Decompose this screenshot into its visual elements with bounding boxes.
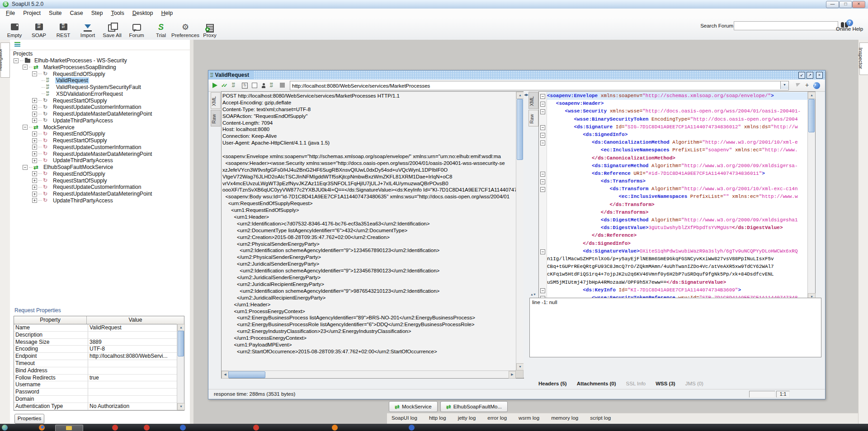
expand-toggle-icon[interactable]: [32, 118, 37, 123]
expand-toggle-icon[interactable]: [23, 165, 28, 170]
expand-toggle-icon[interactable]: [32, 131, 37, 136]
tree-item[interactable]: ↻RequestEndOfSupply: [10, 70, 190, 77]
tree-item[interactable]: ↻RequestEndOfSupply: [10, 131, 190, 137]
menu-tools[interactable]: Tools: [107, 9, 128, 17]
fold-collapse-icon[interactable]: [540, 133, 545, 138]
fold-collapse-icon[interactable]: [540, 141, 545, 145]
tree-item[interactable]: ↻RequestUpdateMasterDataMeteringPoint: [10, 191, 190, 197]
project-tree[interactable]: ProjectsElhub-MarketProcesses - WS-Secur…: [10, 51, 190, 204]
panel-splitter[interactable]: [190, 40, 193, 424]
expand-toggle-icon[interactable]: [32, 138, 37, 143]
submit-request-icon[interactable]: [211, 82, 218, 89]
tree-item[interactable]: ↻UpdateThirdPartyAccess: [10, 117, 190, 124]
fold-collapse-icon[interactable]: [540, 179, 545, 184]
expand-toggle-icon[interactable]: [32, 98, 37, 103]
taskbar-button[interactable]: [55, 425, 83, 431]
property-value[interactable]: UTF-8: [88, 346, 177, 352]
expand-toggle-icon[interactable]: [32, 112, 37, 117]
property-row[interactable]: Bind Address: [14, 367, 177, 375]
request-tab-raw[interactable]: Raw: [211, 110, 221, 126]
frame-maximize-icon[interactable]: ↗: [807, 72, 813, 79]
inspector-tab[interactable]: Inspector: [859, 42, 868, 75]
tree-item[interactable]: ↻UpdateThirdPartyAccess: [10, 157, 190, 164]
expand-toggle-icon[interactable]: [32, 198, 37, 203]
expand-toggle-icon[interactable]: [23, 65, 28, 70]
log-tab-script-log[interactable]: script log: [590, 415, 611, 421]
scroll-right-icon[interactable]: ▶: [509, 371, 516, 379]
expand-toggle-icon[interactable]: [32, 71, 37, 76]
expand-toggle-icon[interactable]: [14, 58, 19, 63]
taskbar-icon-blue[interactable]: [409, 425, 415, 431]
scroll-left-icon[interactable]: ◀: [222, 371, 229, 379]
log-tab-error-log[interactable]: error log: [487, 415, 507, 421]
expand-toggle-icon[interactable]: [32, 105, 37, 110]
tree-item[interactable]: ↻RequestUpdateCustomerInformation: [10, 184, 190, 191]
expand-toggle-icon[interactable]: [23, 125, 28, 130]
menu-project[interactable]: Project: [19, 9, 45, 17]
property-row[interactable]: Message Size3889: [14, 339, 177, 346]
taskbar-icon-blue[interactable]: [180, 425, 186, 431]
property-value[interactable]: true: [88, 375, 177, 381]
fold-collapse-icon[interactable]: [540, 125, 545, 130]
tree-item[interactable]: ⇄MarketProcessesSoapBinding: [10, 64, 190, 71]
frame-minimize-icon[interactable]: ↙: [798, 72, 805, 79]
error-log-panel[interactable]: line -1: null: [529, 298, 821, 357]
inspector-tab-headers-5-[interactable]: Headers (5): [538, 381, 567, 386]
fold-collapse-icon[interactable]: [540, 249, 545, 254]
log-tab-http-log[interactable]: http log: [429, 415, 446, 421]
fold-collapse-icon[interactable]: [540, 109, 545, 114]
menu-case[interactable]: Case: [66, 9, 87, 17]
menu-suite[interactable]: Suite: [45, 9, 66, 17]
frame-titlebar[interactable]: SOAP ValidRequest ↙ ↗ ×: [208, 70, 825, 80]
scrollbar-thumb[interactable]: [808, 99, 815, 132]
property-value[interactable]: No Authorization: [88, 403, 177, 410]
properties-button[interactable]: Properties: [14, 414, 44, 424]
toolbar-button-import[interactable]: Import: [76, 19, 99, 38]
tree-item[interactable]: ↻RequestUpdateMasterDataMeteringPoint: [10, 111, 190, 117]
property-value[interactable]: 3889: [88, 339, 177, 346]
request-raw-view[interactable]: POST http://localhost:8080/WebService/se…: [221, 91, 524, 379]
properties-scrollbar[interactable]: ▲ ▼: [177, 324, 184, 410]
scroll-up-icon[interactable]: ▲: [516, 92, 524, 99]
toolbar-button-save-all[interactable]: Save All: [100, 19, 124, 38]
property-row[interactable]: Endpointhttp://localhost:8080/WebServi..…: [14, 353, 177, 360]
tree-item[interactable]: ↻UpdateThirdPartyAccess: [10, 197, 190, 204]
property-row[interactable]: Description: [14, 332, 177, 339]
property-value[interactable]: ValidRequest: [88, 324, 177, 331]
dock-button-elhubsoapfaultmo-[interactable]: ⇄ElhubSoapFaultMo...: [440, 401, 508, 412]
inspector-tab-wss-3-[interactable]: WSS (3): [656, 381, 675, 386]
frame-help-icon[interactable]: ?: [813, 82, 821, 89]
taskbar-icon-red[interactable]: [144, 425, 150, 431]
fold-margin[interactable]: [539, 92, 547, 308]
recreate-request-icon[interactable]: ↻: [241, 82, 248, 89]
toolbar-button-proxy[interactable]: Proxy: [198, 19, 222, 38]
endpoint-combobox[interactable]: ▼: [290, 81, 789, 90]
taskbar-icon-firefox[interactable]: [39, 425, 45, 431]
tree-item[interactable]: ↻RequestStartOfSupply: [10, 97, 190, 104]
toolbar-button-trial[interactable]: STrial: [149, 19, 173, 38]
expand-toggle-icon[interactable]: [32, 158, 37, 163]
log-tab-soapui-log[interactable]: SoapUI log: [392, 415, 417, 421]
frame-close-icon[interactable]: ×: [816, 72, 823, 79]
response-xml-view[interactable]: <soapenv:Envelope xmlns:soapenv="http://…: [538, 91, 816, 309]
response-tab-xml[interactable]: XML: [528, 92, 538, 109]
property-row[interactable]: Domain: [14, 396, 177, 403]
property-value[interactable]: [88, 381, 177, 388]
close-button[interactable]: ×: [852, 1, 865, 8]
expand-toggle-icon[interactable]: [32, 185, 37, 190]
fold-collapse-icon[interactable]: [540, 102, 545, 107]
fold-collapse-icon[interactable]: [540, 172, 545, 177]
scroll-up-icon[interactable]: ▲: [808, 92, 816, 99]
navigator-tab[interactable]: Navigator: [0, 42, 10, 78]
tree-item[interactable]: ↻RequestEndOfSupply: [10, 171, 190, 178]
scrollbar-thumb[interactable]: [178, 331, 184, 356]
property-column-header[interactable]: Property: [14, 316, 87, 324]
create-empty-icon[interactable]: [251, 82, 258, 89]
tree-item[interactable]: SOAPXSDValidationErrorRequest: [10, 91, 190, 98]
toolbar-button-rest[interactable]: RESTREST: [52, 19, 75, 38]
clone-request-icon[interactable]: [260, 82, 267, 89]
toolbar-button-preferences[interactable]: ⚙Preferences: [174, 19, 197, 38]
property-row[interactable]: Username: [14, 381, 177, 389]
property-value[interactable]: [88, 389, 177, 395]
property-row[interactable]: Follow Redirectstrue: [14, 375, 177, 382]
